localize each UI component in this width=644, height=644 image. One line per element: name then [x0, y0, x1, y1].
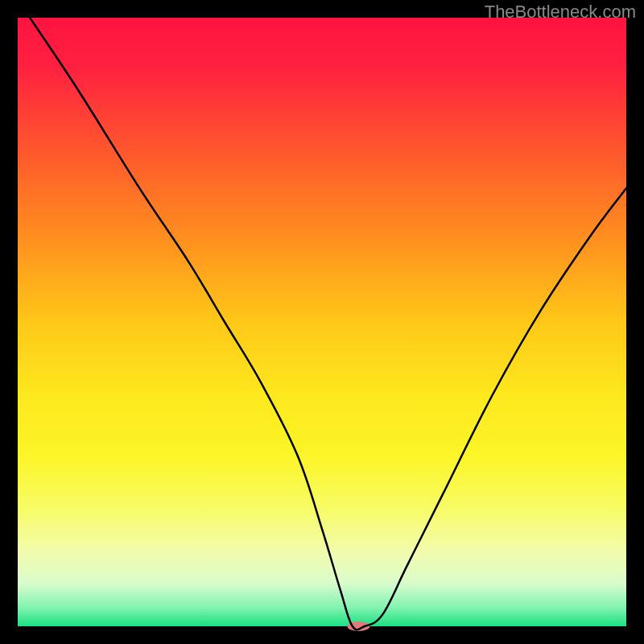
bottleneck-chart — [0, 0, 644, 644]
chart-container: TheBottleneck.com — [0, 0, 644, 644]
watermark-text: TheBottleneck.com — [485, 2, 636, 23]
gradient-background — [18, 18, 626, 626]
